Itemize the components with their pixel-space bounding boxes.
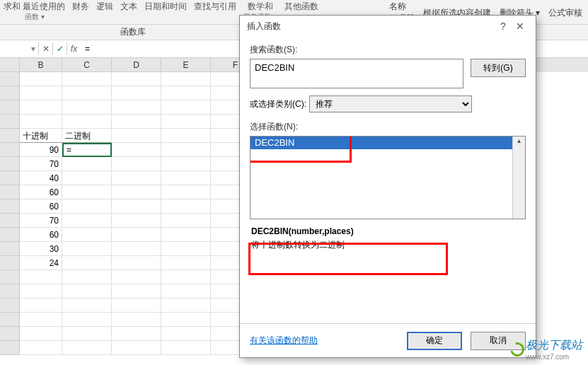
row-header[interactable] <box>0 129 20 143</box>
cell[interactable] <box>161 299 211 313</box>
cell[interactable]: 40 <box>20 171 62 185</box>
cell[interactable] <box>112 299 161 313</box>
row-header[interactable] <box>0 171 20 185</box>
category-select[interactable]: 推荐 <box>309 95 472 112</box>
cell[interactable]: 十进制 <box>20 129 62 143</box>
cell[interactable] <box>112 242 161 256</box>
cell[interactable] <box>20 299 62 313</box>
search-input[interactable]: DEC2BIN <box>250 59 463 88</box>
cell[interactable] <box>161 341 211 355</box>
help-link[interactable]: 有关该函数的帮助 <box>250 335 318 347</box>
cell[interactable] <box>112 157 161 171</box>
function-list-item[interactable]: DEC2BIN <box>250 137 525 149</box>
cell[interactable] <box>112 100 161 115</box>
cell[interactable] <box>112 327 161 341</box>
ok-button[interactable]: 确定 <box>407 332 462 350</box>
cell[interactable] <box>62 100 112 115</box>
cell[interactable]: 30 <box>20 242 62 256</box>
cell[interactable] <box>161 72 211 86</box>
cell[interactable] <box>161 284 211 299</box>
cell[interactable] <box>112 256 161 270</box>
cell[interactable] <box>161 185 211 199</box>
cell[interactable] <box>161 86 211 100</box>
row-header[interactable] <box>0 115 20 129</box>
cell[interactable] <box>62 185 112 199</box>
row-header[interactable] <box>0 72 20 86</box>
cell[interactable] <box>62 313 112 327</box>
row-header[interactable] <box>0 157 20 171</box>
cell[interactable] <box>161 327 211 341</box>
cell[interactable] <box>20 72 62 86</box>
cell[interactable] <box>112 199 161 214</box>
col-header[interactable]: E <box>161 58 211 72</box>
cell[interactable] <box>112 214 161 228</box>
ribbon-finance[interactable]: 财务 <box>69 1 93 24</box>
ribbon-text[interactable]: 文本 <box>117 1 141 24</box>
cell[interactable] <box>161 129 211 143</box>
cell[interactable] <box>112 171 161 185</box>
cell[interactable] <box>112 115 161 129</box>
row-header[interactable] <box>0 299 20 313</box>
cell[interactable] <box>62 72 112 86</box>
cell[interactable]: 60 <box>20 228 62 242</box>
cell[interactable] <box>62 115 112 129</box>
cell[interactable] <box>112 86 161 100</box>
row-header[interactable] <box>0 185 20 199</box>
cell[interactable] <box>62 341 112 355</box>
cell[interactable] <box>62 299 112 313</box>
cell[interactable] <box>62 256 112 270</box>
ribbon-datetime[interactable]: 日期和时间 <box>141 1 190 24</box>
cell[interactable] <box>161 157 211 171</box>
cell[interactable] <box>62 270 112 284</box>
cell[interactable] <box>62 242 112 256</box>
cell[interactable] <box>62 86 112 100</box>
dialog-help-icon[interactable]: ? <box>495 21 512 32</box>
row-header[interactable] <box>0 214 20 228</box>
cell[interactable] <box>112 270 161 284</box>
cell[interactable] <box>20 341 62 355</box>
row-header[interactable] <box>0 256 20 270</box>
cell[interactable]: 24 <box>20 256 62 270</box>
cell[interactable]: 70 <box>20 157 62 171</box>
cancel-formula-icon[interactable]: ✕ <box>38 42 52 55</box>
cell[interactable] <box>112 72 161 86</box>
name-box[interactable] <box>0 42 28 55</box>
row-header[interactable] <box>0 270 20 284</box>
row-header[interactable] <box>0 100 20 115</box>
cell[interactable] <box>20 284 62 299</box>
cell[interactable] <box>20 327 62 341</box>
row-header[interactable] <box>0 341 20 355</box>
cell[interactable] <box>161 270 211 284</box>
go-button[interactable]: 转到(G) <box>471 59 526 77</box>
close-icon[interactable]: ✕ <box>512 21 529 32</box>
cell[interactable] <box>161 115 211 129</box>
cell[interactable] <box>112 185 161 199</box>
enter-formula-icon[interactable]: ✓ <box>52 42 67 55</box>
function-list[interactable]: DEC2BIN ▴ <box>250 136 526 219</box>
row-header[interactable] <box>0 86 20 100</box>
cell[interactable] <box>161 228 211 242</box>
fx-icon[interactable]: fx <box>67 42 81 55</box>
cell[interactable]: 90 <box>20 143 62 157</box>
row-header[interactable] <box>0 313 20 327</box>
name-box-dropdown-icon[interactable]: ▾ <box>28 44 38 54</box>
ribbon-lookup[interactable]: 查找与引用 <box>190 1 240 24</box>
cell[interactable] <box>161 256 211 270</box>
cell[interactable] <box>161 100 211 115</box>
cell[interactable]: 60 <box>20 199 62 214</box>
cell[interactable] <box>112 143 161 157</box>
cell[interactable] <box>112 341 161 355</box>
cell[interactable]: 二进制 <box>62 129 112 143</box>
cell[interactable] <box>161 199 211 214</box>
ribbon-logic[interactable]: 逻辑 <box>93 1 117 24</box>
cell[interactable] <box>62 157 112 171</box>
row-header[interactable] <box>0 284 20 299</box>
col-header[interactable]: D <box>112 58 161 72</box>
cell[interactable] <box>62 327 112 341</box>
cell[interactable] <box>161 214 211 228</box>
ribbon-sum[interactable]: 求和 最近使用的函数 ▾ <box>0 1 69 24</box>
cell[interactable] <box>112 129 161 143</box>
select-all-corner[interactable] <box>0 58 20 72</box>
cell[interactable] <box>62 214 112 228</box>
cell[interactable] <box>20 100 62 115</box>
